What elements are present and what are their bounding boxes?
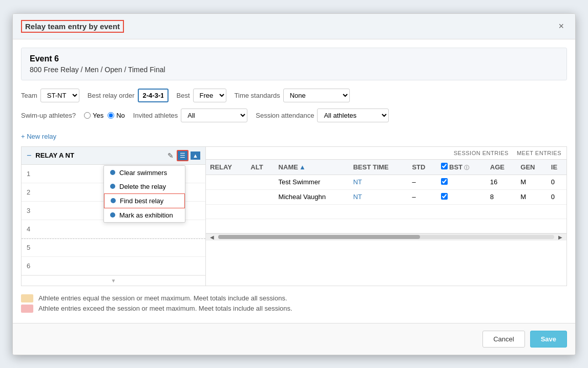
new-relay-button[interactable]: + New relay <box>21 131 56 142</box>
relay-row-5: 5 <box>22 239 205 257</box>
save-button[interactable]: Save <box>530 331 567 348</box>
dropdown-find-best-relay[interactable]: Find best relay <box>104 193 185 208</box>
cell-age-2: 8 <box>486 189 517 204</box>
session-entries-tab[interactable]: SESSION ENTRIES <box>454 150 509 156</box>
relay-row-num-6: 6 <box>27 262 37 270</box>
relay-name: RELAY A NT <box>35 151 162 159</box>
entries-table: RELAY ALT NAME▲ BEST TIME STD BST ⓘ <box>206 160 566 233</box>
relay-row-num-2: 2 <box>27 188 37 196</box>
right-panel: SESSION ENTRIES MEET ENTRIES RELAY ALT N… <box>205 146 567 286</box>
scroll-left-arrow[interactable]: ◀ <box>208 234 216 240</box>
cell-std-2: – <box>408 189 437 204</box>
cell-best-time-2: NT <box>349 189 408 204</box>
cell-age-1: 16 <box>486 175 517 189</box>
delete-relay-label: Delete the relay <box>119 183 166 190</box>
swimup-no-option: No <box>108 112 125 119</box>
legend-color-2 <box>21 305 33 313</box>
cell-name-1: Test Swimmer <box>275 175 349 189</box>
cell-best-time-1: NT <box>349 175 408 189</box>
close-button[interactable]: × <box>555 20 567 33</box>
name-sort-arrow: ▲ <box>299 163 306 171</box>
swimup-radio-group: Yes No <box>84 112 125 119</box>
event-section: Event 6 800 Free Relay / Men / Open / Ti… <box>21 48 567 80</box>
cancel-button[interactable]: Cancel <box>482 331 524 348</box>
modal-body: Event 6 800 Free Relay / Men / Open / Ti… <box>13 39 575 323</box>
left-panel: − RELAY A NT ✎ ☰ ▲ Clear swimmers <box>21 146 205 286</box>
relay-row-4: 4 <box>22 220 205 239</box>
bst-row2-checkbox[interactable] <box>441 193 448 200</box>
relay-menu-button[interactable]: ☰ <box>177 150 188 161</box>
relay-collapse-icon[interactable]: − <box>27 151 31 160</box>
bst-row1-checkbox[interactable] <box>441 178 448 185</box>
col-age: AGE <box>486 160 517 175</box>
relay-row-num-4: 4 <box>27 225 37 233</box>
table-row-empty-1 <box>206 204 566 219</box>
controls-row-1: Team ST-NT Best relay order Best Free Ti… <box>21 89 567 102</box>
col-gen: GEN <box>516 160 547 175</box>
relay-scroll-indicator: ▼ <box>22 275 205 286</box>
bst-help-icon: ⓘ <box>464 165 469 170</box>
cell-relay-1 <box>206 175 246 189</box>
find-relay-dot <box>111 198 116 203</box>
modal-title: Relay team entry by event <box>21 20 124 33</box>
time-standards-label: Time standards <box>235 92 280 99</box>
scroll-right-arrow[interactable]: ▶ <box>556 234 564 240</box>
relay-order-input[interactable] <box>138 89 169 102</box>
mark-exhibition-label: Mark as exhibition <box>119 211 173 219</box>
scroll-track[interactable] <box>218 235 554 239</box>
team-select[interactable]: ST-NT <box>40 89 79 102</box>
cell-gen-2: M <box>516 189 547 204</box>
dropdown-delete-relay[interactable]: Delete the relay <box>104 180 185 193</box>
session-group: Session attendance All athletes <box>256 109 389 122</box>
swimup-yes-option: Yes <box>84 112 103 119</box>
cell-bst-1 <box>437 175 486 189</box>
cell-bst-2 <box>437 189 486 204</box>
table-header-row: RELAY ALT NAME▲ BEST TIME STD BST ⓘ <box>206 160 566 175</box>
team-group: Team ST-NT <box>21 89 79 102</box>
best-select[interactable]: Free <box>193 89 226 102</box>
mark-exhibition-dot <box>110 212 115 218</box>
col-best-time: BEST TIME <box>349 160 408 175</box>
legend-item-1: Athlete entries equal the session or mee… <box>21 294 567 302</box>
cell-gen-1: M <box>516 175 547 189</box>
swimup-label: Swim-up athletes? <box>21 112 76 119</box>
relay-team-entry-modal: Relay team entry by event × Event 6 800 … <box>12 13 576 355</box>
legend-text-2: Athlete entries exceed the session or me… <box>38 305 292 312</box>
col-bst: BST ⓘ <box>437 160 486 175</box>
meet-entries-tab[interactable]: MEET ENTRIES <box>517 150 561 156</box>
time-standards-select[interactable]: None <box>283 89 350 102</box>
table-head: RELAY ALT NAME▲ BEST TIME STD BST ⓘ <box>206 160 566 175</box>
scroll-thumb[interactable] <box>218 235 420 239</box>
swimup-no-label: No <box>116 112 125 119</box>
time-standards-group: Time standards None <box>235 89 350 102</box>
clear-swimmers-dot <box>110 170 115 175</box>
bst-header-checkbox[interactable] <box>441 163 448 169</box>
best-label: Best <box>177 92 190 99</box>
session-select[interactable]: All athletes <box>317 109 389 122</box>
relay-dropdown-menu: Clear swimmers Delete the relay Find bes… <box>103 165 185 223</box>
modal-header: Relay team entry by event × <box>13 14 575 39</box>
relay-up-button[interactable]: ▲ <box>191 151 200 160</box>
col-std: STD <box>408 160 437 175</box>
invited-select[interactable]: All <box>181 109 247 122</box>
col-name[interactable]: NAME▲ <box>275 160 349 175</box>
swimup-yes-radio[interactable] <box>84 112 91 119</box>
cell-ie-1: 0 <box>547 175 566 189</box>
cell-alt-2 <box>246 189 274 204</box>
cell-alt-1 <box>246 175 274 189</box>
col-relay: RELAY <box>206 160 246 175</box>
cell-relay-2 <box>206 189 246 204</box>
dropdown-mark-exhibition[interactable]: Mark as exhibition <box>104 208 185 222</box>
dropdown-clear-swimmers[interactable]: Clear swimmers <box>104 166 185 180</box>
swimup-no-radio[interactable] <box>108 112 114 119</box>
table-row: Test Swimmer NT – 16 M 0 <box>206 175 566 189</box>
best-group: Best Free <box>177 89 226 102</box>
table-row: Micheal Vaughn NT – 8 M 0 <box>206 189 566 204</box>
relay-row-6: 6 <box>22 257 205 275</box>
relay-edit-button[interactable]: ✎ <box>166 150 175 161</box>
relay-order-group: Best relay order <box>88 89 169 102</box>
clear-swimmers-label: Clear swimmers <box>119 169 167 177</box>
horizontal-scrollbar[interactable]: ◀ ▶ <box>206 233 566 241</box>
swimup-yes-label: Yes <box>93 112 103 119</box>
entries-header: SESSION ENTRIES MEET ENTRIES <box>206 147 566 160</box>
